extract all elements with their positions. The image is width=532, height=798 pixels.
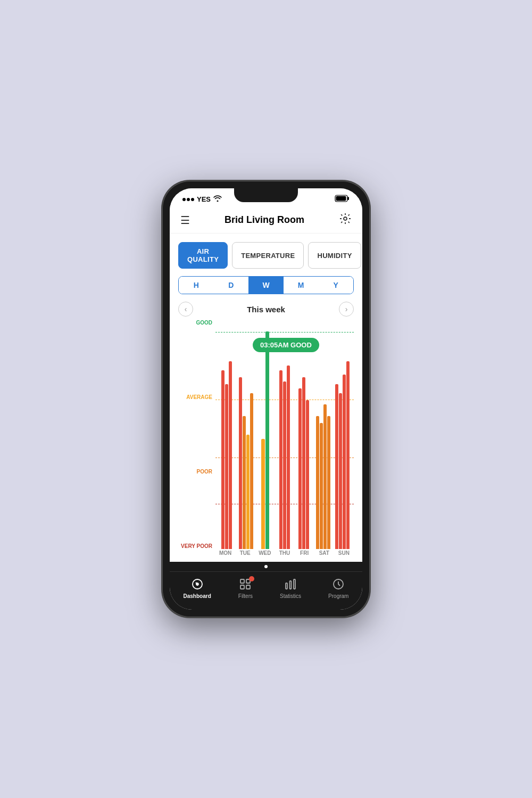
day-group-mon <box>218 320 236 549</box>
svg-rect-9 <box>246 585 250 589</box>
signal-dot-1 <box>182 198 186 201</box>
period-m[interactable]: M <box>284 277 319 294</box>
metric-tabs: AIR QUALITY TEMPERATURE HUMIDITY <box>178 242 354 269</box>
bar <box>243 416 246 549</box>
phone-frame: YES 9:41 ☰ Brid <box>162 181 370 617</box>
nav-label-program: Program <box>328 593 348 599</box>
bar <box>246 435 250 550</box>
period-d[interactable]: D <box>214 277 249 294</box>
x-axis-labels: MON TUE WED THU FRI SAT SUN <box>215 550 354 562</box>
day-label-fri: FRI <box>295 550 314 562</box>
tooltip-text: 03:05AM GOOD <box>260 341 312 349</box>
day-group-sat <box>314 320 332 549</box>
tab-humidity[interactable]: HUMIDITY <box>308 242 361 269</box>
notch <box>234 188 298 202</box>
bar <box>302 377 305 549</box>
svg-point-5 <box>196 583 198 585</box>
bar <box>229 361 232 549</box>
day-label-sun: SUN <box>334 550 354 562</box>
y-axis-labels: GOOD AVERAGE POOR VERY POOR <box>178 320 215 562</box>
nav-label-statistics: Statistics <box>280 593 301 599</box>
svg-rect-11 <box>290 581 292 589</box>
chart-area: MON TUE WED THU FRI SAT SUN <box>215 320 354 562</box>
battery-indicator <box>335 195 350 204</box>
nav-label-filters: Filters <box>238 593 253 599</box>
program-icon <box>331 577 345 591</box>
day-label-wed: WED <box>255 550 275 562</box>
chart-tooltip: 03:05AM GOOD <box>253 338 319 352</box>
period-y[interactable]: Y <box>318 277 353 294</box>
bar <box>343 375 346 549</box>
statistics-icon <box>284 577 297 591</box>
day-group-thu <box>276 320 294 549</box>
signal-dot-2 <box>187 198 190 201</box>
app-header: ☰ Brid Living Room <box>170 207 362 234</box>
svg-rect-6 <box>240 579 244 583</box>
bar <box>339 393 342 549</box>
bar <box>316 416 319 549</box>
tab-air-quality[interactable]: AIR QUALITY <box>178 242 228 269</box>
day-group-fri <box>295 320 313 549</box>
day-group-sun <box>334 320 352 549</box>
bar <box>323 404 327 549</box>
menu-icon[interactable]: ☰ <box>180 214 190 227</box>
chart-wrapper: GOOD AVERAGE POOR VERY POOR <box>178 320 354 562</box>
bar <box>279 370 282 549</box>
app-content: AIR QUALITY TEMPERATURE HUMIDITY H D W M… <box>170 234 362 562</box>
y-label-poor: POOR <box>178 469 215 475</box>
day-label-thu: THU <box>275 550 294 562</box>
bar <box>287 365 290 549</box>
svg-rect-1 <box>347 197 349 200</box>
settings-icon[interactable] <box>339 212 352 228</box>
day-label-sat: SAT <box>314 550 334 562</box>
nav-item-dashboard[interactable]: Dashboard <box>184 577 211 599</box>
y-label-average: AVERAGE <box>178 394 215 400</box>
svg-rect-8 <box>240 585 244 589</box>
bar <box>320 423 323 549</box>
day-group-wed <box>256 320 275 549</box>
nav-item-program[interactable]: Program <box>328 577 348 599</box>
app-title: Brid Living Room <box>225 214 304 226</box>
bar <box>250 393 253 549</box>
bottom-nav: Dashboard Filters <box>170 571 362 610</box>
day-label-mon: MON <box>215 550 235 562</box>
period-h[interactable]: H <box>179 277 214 294</box>
tab-temperature[interactable]: TEMPERATURE <box>232 242 304 269</box>
nav-item-filters[interactable]: Filters <box>238 577 253 599</box>
svg-rect-2 <box>336 196 346 201</box>
filter-badge <box>249 576 254 581</box>
carrier-label: YES <box>197 195 211 203</box>
period-w[interactable]: W <box>248 277 284 294</box>
page-dot-1 <box>264 565 268 568</box>
signal-dot-3 <box>191 198 194 201</box>
bar <box>346 361 350 549</box>
period-tabs: H D W M Y <box>178 276 354 294</box>
wifi-icon <box>213 195 222 203</box>
bar <box>225 384 228 549</box>
chart-nav: ‹ This week › <box>178 302 354 317</box>
bar <box>283 381 286 549</box>
filters-icon <box>238 577 252 591</box>
svg-rect-10 <box>286 583 287 589</box>
nav-item-statistics[interactable]: Statistics <box>280 577 301 599</box>
nav-label-dashboard: Dashboard <box>184 593 211 599</box>
day-group-tue <box>237 320 255 549</box>
chart-period-title: This week <box>247 305 285 314</box>
day-label-tue: TUE <box>235 550 255 562</box>
status-left: YES <box>182 195 222 203</box>
bar <box>265 331 269 549</box>
chart-container: ‹ This week › 03:05AM GOOD GOOD AVERAGE <box>178 302 354 562</box>
bar <box>306 400 309 549</box>
bar <box>221 370 225 549</box>
dashboard-icon <box>190 577 204 591</box>
bar <box>239 377 242 549</box>
prev-arrow[interactable]: ‹ <box>178 302 193 317</box>
bar <box>298 388 302 549</box>
next-arrow[interactable]: › <box>339 302 354 317</box>
bar <box>261 439 265 549</box>
page-indicator <box>170 562 362 571</box>
svg-point-3 <box>344 217 347 220</box>
bar <box>327 416 330 549</box>
y-label-very-poor: VERY POOR <box>178 543 215 549</box>
svg-rect-12 <box>294 579 295 589</box>
